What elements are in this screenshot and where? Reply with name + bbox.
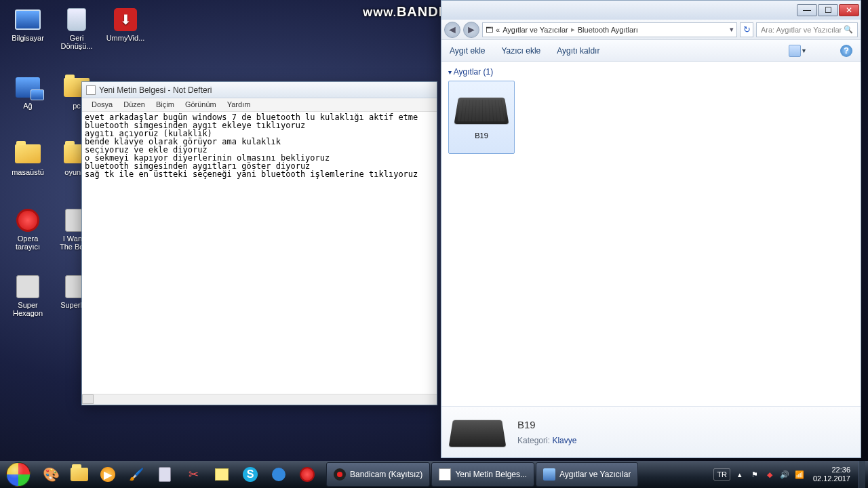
forward-button[interactable]: ► bbox=[463, 22, 479, 38]
breadcrumb[interactable]: 🗔 « Aygıtlar ve Yazıcılar ▸ Bluetooth Ay… bbox=[482, 22, 737, 37]
view-options-button[interactable]: ▼ bbox=[789, 45, 801, 57]
icon-label: Geri Dönüşü... bbox=[56, 34, 98, 50]
icon-label: Super Hexagon bbox=[7, 301, 49, 317]
details-category-value: Klavye bbox=[552, 436, 576, 445]
desktop-icon[interactable]: ⬇UmmyVid... bbox=[104, 7, 146, 42]
icon-label: Opera tarayıcı bbox=[7, 235, 49, 251]
volume-icon[interactable]: 🔊 bbox=[779, 469, 790, 480]
flag-icon[interactable]: ⚑ bbox=[749, 469, 760, 480]
folder-icon bbox=[13, 141, 43, 167]
note-icon bbox=[215, 468, 229, 481]
opera-icon bbox=[300, 467, 315, 482]
maximize-button[interactable]: ☐ bbox=[818, 4, 838, 16]
taskbar-app-bandicam[interactable]: Bandicam (Kayıtsız) bbox=[326, 462, 430, 487]
calculator-icon bbox=[159, 467, 171, 482]
taskbar-app-explorer[interactable]: Aygıtlar ve Yazıcılar bbox=[536, 462, 638, 487]
pinned-opera[interactable] bbox=[293, 462, 321, 487]
skype-icon: S bbox=[243, 467, 258, 482]
play-icon: ▶ bbox=[100, 467, 115, 482]
icon-label: masaüstü bbox=[7, 168, 49, 176]
menu-item[interactable]: Düzen bbox=[118, 98, 151, 111]
search-input[interactable]: Ara: Aygıtlar ve Yazıcılar 🔍 bbox=[756, 22, 858, 37]
app-red-icon: ⬇ bbox=[111, 7, 140, 33]
show-hidden-icon[interactable]: ▴ bbox=[734, 469, 745, 480]
windows-orb-icon bbox=[6, 462, 31, 487]
notepad-titlebar[interactable]: Yeni Metin Belgesi - Not Defteri bbox=[82, 82, 437, 98]
desktop-icon[interactable]: Bilgisayar bbox=[7, 7, 49, 42]
start-button[interactable] bbox=[0, 461, 37, 488]
computer-icon bbox=[13, 7, 43, 33]
pinned-notes[interactable] bbox=[208, 462, 236, 487]
icon-label: UmmyVid... bbox=[104, 34, 146, 42]
bin-icon bbox=[62, 7, 92, 33]
pinned-app[interactable]: 🎨 bbox=[37, 462, 65, 487]
record-icon bbox=[334, 468, 346, 481]
menu-item[interactable]: Dosya bbox=[86, 98, 118, 111]
paint-icon: 🖌️ bbox=[129, 467, 144, 482]
taskbar: 🎨 ▶ 🖌️ ✂ S Bandicam (Kayıtsız) Yeni Meti… bbox=[0, 461, 868, 488]
clock[interactable]: 22:36 02.12.2017 bbox=[809, 466, 854, 483]
details-category-label: Kategori: bbox=[517, 436, 550, 445]
pinned-snip[interactable]: ✂ bbox=[179, 462, 208, 487]
opera-icon bbox=[13, 207, 43, 233]
palette-icon: 🎨 bbox=[43, 466, 60, 483]
devices-icon bbox=[543, 468, 555, 481]
explorer-titlebar[interactable]: — ☐ ✕ bbox=[441, 1, 861, 20]
show-desktop-button[interactable] bbox=[859, 461, 865, 488]
pinned-app2[interactable] bbox=[264, 462, 293, 487]
details-name: B19 bbox=[517, 419, 576, 430]
close-button[interactable]: ✕ bbox=[839, 4, 859, 16]
desktop-icon[interactable]: Opera tarayıcı bbox=[7, 207, 49, 251]
desktop-icon[interactable]: masaüstü bbox=[7, 141, 49, 176]
net-icon bbox=[13, 75, 43, 100]
breadcrumb-item[interactable]: Bluetooth Aygıtları bbox=[578, 26, 638, 34]
folder-icon: 🗔 bbox=[486, 26, 493, 34]
device-item[interactable]: B19 bbox=[448, 81, 515, 154]
notepad-textarea[interactable]: evet arkadaşlar bugün windows 7 de bluet… bbox=[82, 112, 437, 394]
back-button[interactable]: ◄ bbox=[444, 22, 460, 38]
notepad-menubar: DosyaDüzenBiçimGörünümYardım bbox=[82, 98, 437, 112]
desktop-icon[interactable]: Super Hexagon bbox=[7, 274, 49, 317]
remove-device-button[interactable]: Aygıtı kaldır bbox=[557, 46, 599, 56]
explorer-navbar: ◄ ► 🗔 « Aygıtlar ve Yazıcılar ▸ Bluetoot… bbox=[441, 20, 861, 40]
search-icon: 🔍 bbox=[844, 25, 853, 34]
menu-item[interactable]: Biçim bbox=[151, 98, 180, 111]
breadcrumb-item[interactable]: Aygıtlar ve Yazıcılar bbox=[502, 26, 568, 34]
menu-item[interactable]: Görünüm bbox=[180, 98, 222, 111]
folder-icon bbox=[71, 468, 88, 481]
pinned-paint[interactable]: 🖌️ bbox=[122, 462, 151, 487]
scissors-icon: ✂ bbox=[189, 467, 199, 482]
icon-label: Ağ bbox=[7, 102, 49, 110]
pinned-media[interactable]: ▶ bbox=[94, 462, 122, 487]
explorer-window[interactable]: — ☐ ✕ ◄ ► 🗔 « Aygıtlar ve Yazıcılar ▸ Bl… bbox=[441, 0, 861, 458]
game-icon bbox=[13, 274, 43, 300]
language-indicator[interactable]: TR bbox=[713, 468, 730, 481]
menu-item[interactable]: Yardım bbox=[222, 98, 256, 111]
pinned-skype[interactable]: S bbox=[236, 462, 264, 487]
icon-label: Bilgisayar bbox=[7, 34, 49, 42]
system-tray: TR ▴ ⚑ ◆ 🔊 📶 22:36 02.12.2017 bbox=[711, 461, 868, 488]
keyboard-icon bbox=[454, 98, 509, 124]
refresh-button[interactable]: ↻ bbox=[740, 22, 753, 37]
notepad-window[interactable]: Yeni Metin Belgesi - Not Defteri DosyaDü… bbox=[81, 81, 437, 405]
device-label: B19 bbox=[452, 131, 511, 140]
notepad-title: Yeni Metin Belgesi - Not Defteri bbox=[99, 85, 212, 95]
explorer-content[interactable]: Aygıtlar (1) B19 bbox=[441, 62, 861, 406]
document-icon bbox=[439, 468, 451, 481]
explorer-toolbar: Aygıt ekle Yazıcı ekle Aygıtı kaldır ▼ ? bbox=[441, 40, 861, 62]
app-icon bbox=[272, 468, 285, 481]
notepad-hscrollbar[interactable] bbox=[82, 394, 437, 405]
tray-icon[interactable]: ◆ bbox=[764, 469, 775, 480]
network-icon[interactable]: 📶 bbox=[794, 469, 805, 480]
add-printer-button[interactable]: Yazıcı ekle bbox=[501, 46, 540, 56]
minimize-button[interactable]: — bbox=[797, 4, 817, 16]
pinned-calc[interactable] bbox=[151, 462, 179, 487]
pinned-explorer[interactable] bbox=[65, 462, 94, 487]
taskbar-app-notepad[interactable]: Yeni Metin Belges... bbox=[431, 462, 534, 487]
add-device-button[interactable]: Aygıt ekle bbox=[450, 46, 485, 56]
document-icon bbox=[86, 85, 96, 95]
help-button[interactable]: ? bbox=[840, 45, 852, 57]
desktop-icon[interactable]: Ağ bbox=[7, 75, 49, 110]
devices-group-header[interactable]: Aygıtlar (1) bbox=[448, 67, 854, 77]
desktop-icon[interactable]: Geri Dönüşü... bbox=[56, 7, 98, 50]
